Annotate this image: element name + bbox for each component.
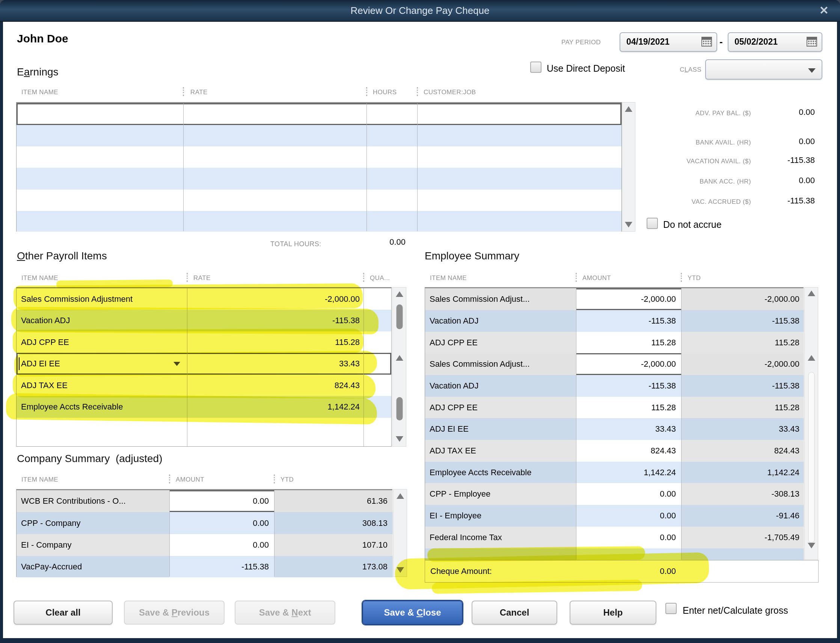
close-icon[interactable]: ✕ xyxy=(819,4,829,17)
earnings-scrollbar[interactable] xyxy=(622,102,635,232)
table-row[interactable]: Sales Commission Adjustment -2,000.00 xyxy=(16,288,391,310)
save-previous-button[interactable]: Save & Previous xyxy=(124,601,225,625)
table-row[interactable]: ADJ CPP EE 115.28 xyxy=(16,331,391,353)
col-header-item-name: ITEM NAME xyxy=(21,476,58,483)
total-hours-label: TOTAL HOURS: xyxy=(270,240,322,248)
calendar-icon[interactable] xyxy=(701,37,712,47)
help-button[interactable]: Help xyxy=(570,601,656,625)
table-row[interactable]: ADJ TAX EE 824.43 824.43 xyxy=(425,440,803,462)
item-name: Vacation ADJ xyxy=(21,316,70,325)
table-row[interactable] xyxy=(16,189,621,211)
item-name: ADJ EI EE xyxy=(21,359,60,369)
adv-pay-bal-value: 0.00 xyxy=(736,107,815,117)
table-row[interactable]: ADJ CPP EE 115.28 115.28 xyxy=(425,332,803,353)
enter-net-calculate-gross-checkbox[interactable] xyxy=(665,603,677,614)
pay-period-end-field[interactable]: 05/02/2021 xyxy=(728,32,822,52)
ytd-value: 308.13 xyxy=(274,518,387,528)
pay-cheque-dialog: Review Or Change Pay Cheque ✕ John Doe P… xyxy=(0,0,840,643)
table-row[interactable]: Vacation ADJ -115.38 -115.38 xyxy=(425,375,803,397)
calendar-grid xyxy=(808,40,816,46)
table-row[interactable] xyxy=(16,146,621,168)
column-separator xyxy=(366,87,367,96)
company-summary-scrollbar[interactable] xyxy=(393,489,407,577)
amount-value: -2,000.00 xyxy=(576,359,676,369)
table-row[interactable]: VacPay-Accrued -115.38 173.08 xyxy=(16,556,392,577)
item-name: ADJ CPP EE xyxy=(21,338,69,347)
amount-value: -2,000.00 xyxy=(576,294,676,304)
use-direct-deposit-checkbox[interactable] xyxy=(530,62,541,73)
table-row[interactable]: Employee Accts Receivable 1,142.24 1,142… xyxy=(425,462,803,483)
scrollbar-thumb[interactable] xyxy=(396,397,402,420)
table-row[interactable]: EI - Employee 0.00 -91.46 xyxy=(425,505,803,527)
table-row[interactable]: CPP - Company 0.00 308.13 xyxy=(16,512,392,534)
col-header-rate: RATE xyxy=(193,274,211,282)
cheque-amount-label: Cheque Amount: xyxy=(430,566,492,576)
cancel-button[interactable]: Cancel xyxy=(472,601,557,625)
column-line xyxy=(363,288,364,446)
table-row-selected[interactable]: Sales Commission Adjust... -2,000.00 -2,… xyxy=(425,353,803,375)
other-payroll-scrollbar[interactable] xyxy=(392,287,406,447)
table-row-selected[interactable]: ADJ EI EE 33.43 xyxy=(16,353,391,375)
date-range-dash: - xyxy=(719,36,723,48)
item-name: CPP - Company xyxy=(21,518,81,528)
table-row[interactable] xyxy=(16,418,391,447)
pay-period-start-field[interactable]: 04/19/2021 xyxy=(619,32,717,52)
table-row[interactable]: Vacation ADJ -115.38 xyxy=(16,310,391,331)
table-row[interactable] xyxy=(16,125,621,146)
pay-period-end-value: 05/02/2021 xyxy=(734,37,778,47)
item-name: ADJ EI EE xyxy=(430,424,469,434)
scroll-up-icon[interactable] xyxy=(808,290,815,296)
item-name: ADJ CPP EE xyxy=(430,403,478,413)
table-row[interactable]: Federal Income Tax 0.00 -1,705.49 xyxy=(425,527,803,548)
scroll-up-icon[interactable] xyxy=(396,291,403,297)
scroll-down-icon[interactable] xyxy=(625,222,632,227)
do-not-accrue-checkbox[interactable] xyxy=(647,218,658,229)
item-name: WCB ER Contributions - O... xyxy=(21,496,126,506)
scroll-up-icon[interactable] xyxy=(397,493,404,499)
scroll-down-icon[interactable] xyxy=(396,436,403,442)
table-row[interactable] xyxy=(425,548,803,560)
table-row[interactable]: Employee Accts Receivable 1,142.24 xyxy=(16,396,391,418)
scroll-up-icon[interactable] xyxy=(396,355,403,361)
table-row[interactable]: ADJ EI EE 33.43 33.43 xyxy=(425,418,803,440)
col-header-rate: RATE xyxy=(190,88,208,96)
table-row[interactable]: Vacation ADJ -115.38 -115.38 xyxy=(425,310,803,332)
chevron-down-icon[interactable] xyxy=(173,362,180,366)
clear-all-button[interactable]: Clear all xyxy=(13,601,113,625)
scroll-down-icon[interactable] xyxy=(808,543,815,548)
amount-value: -115.38 xyxy=(169,562,269,572)
table-row[interactable] xyxy=(16,103,621,125)
table-row[interactable] xyxy=(16,211,621,232)
col-header-item-name: ITEM NAME xyxy=(21,88,58,96)
amount-value: 0.00 xyxy=(576,489,676,499)
ytd-value: -2,000.00 xyxy=(681,294,799,304)
table-row-selected[interactable]: WCB ER Contributions - O... 0.00 61.36 xyxy=(16,490,392,512)
amount-value: 33.43 xyxy=(576,424,676,434)
table-row[interactable]: ADJ CPP EE 115.28 115.28 xyxy=(425,397,803,418)
scroll-down-icon[interactable] xyxy=(397,567,404,573)
table-row[interactable]: CPP - Employee 0.00 -308.13 xyxy=(425,483,803,505)
vacation-avail-value: -115.38 xyxy=(736,155,815,165)
employee-summary-scrollbar[interactable] xyxy=(804,287,818,560)
column-line xyxy=(183,103,184,231)
col-header-ytd: YTD xyxy=(688,274,701,282)
save-close-button[interactable]: Save & Close xyxy=(362,601,462,625)
table-row[interactable]: EI - Company 0.00 107.10 xyxy=(16,534,392,556)
employee-summary-table: Sales Commission Adjust... -2,000.00 -2,… xyxy=(425,287,804,560)
column-line xyxy=(366,103,367,231)
ytd-value: -1,705.49 xyxy=(681,533,799,542)
item-name: CPP - Employee xyxy=(430,489,490,499)
table-row-selected[interactable]: Sales Commission Adjust... -2,000.00 -2,… xyxy=(425,288,803,310)
col-header-customer-job: CUSTOMER:JOB xyxy=(423,88,476,96)
calendar-icon[interactable] xyxy=(807,37,817,47)
column-line xyxy=(187,288,187,446)
class-dropdown[interactable] xyxy=(705,59,822,80)
save-next-button[interactable]: Save & Next xyxy=(235,601,335,625)
scrollbar-thumb[interactable] xyxy=(808,372,814,543)
item-name: Employee Accts Receivable xyxy=(430,468,531,477)
company-summary-table: WCB ER Contributions - O... 0.00 61.36 C… xyxy=(16,489,392,577)
table-row[interactable]: ADJ TAX EE 824.43 xyxy=(16,375,391,396)
scrollbar-thumb[interactable] xyxy=(396,304,402,329)
scroll-up-icon[interactable] xyxy=(808,355,815,361)
table-row[interactable] xyxy=(16,168,621,189)
